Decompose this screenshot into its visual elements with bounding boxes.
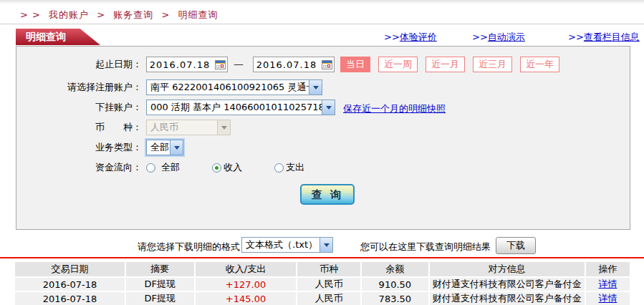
- date-range-label: 起止日期：: [16, 57, 142, 72]
- breadcrumb-separator: >: [97, 9, 105, 20]
- date-to-value: 2016.07.18: [254, 59, 319, 70]
- currency-select: 人民币: [146, 120, 231, 135]
- cell-currency: 人民币: [297, 292, 360, 305]
- chevron-down-icon: [217, 120, 230, 135]
- date-from-value: 2016.07.18: [147, 59, 213, 70]
- radio-all-label[interactable]: 全部: [161, 161, 180, 174]
- download-hint-text: 您可以在这里下载查询明细结果: [360, 241, 491, 253]
- save-snapshot-link[interactable]: 保存近一个月的明细快照: [343, 102, 446, 115]
- col-header-summary: 摘要: [126, 262, 194, 276]
- breadcrumb-divider: [0, 24, 644, 24]
- date-from-input[interactable]: 2016.07.18: [146, 57, 228, 72]
- col-header-currency: 币种: [297, 262, 360, 276]
- breadcrumb-item-account-query[interactable]: 账务查询: [113, 9, 153, 20]
- chevron-down-icon[interactable]: [170, 140, 183, 155]
- date-range-dash: —: [234, 58, 244, 69]
- range-button-today[interactable]: 当日: [340, 57, 370, 72]
- range-button-last-year[interactable]: 近一年: [520, 57, 559, 72]
- cell-amount: +127.00: [196, 278, 297, 291]
- link-experience-rating[interactable]: >>体验评价: [384, 31, 437, 44]
- register-account-value: 南平 6222001406100921065 灵通卡: [147, 81, 309, 94]
- radio-income-label[interactable]: 收入: [224, 161, 242, 174]
- query-form-panel: 起止日期： 2016.07.18 — 2016.07.18 当日 近一周 近一月…: [16, 46, 630, 230]
- cell-counterparty: 财付通支付科技有限公司客户备付金: [430, 292, 585, 305]
- cell-currency: 人民币: [297, 278, 360, 291]
- link-auto-demo[interactable]: >>自动演示: [472, 31, 525, 44]
- radio-expense[interactable]: [274, 163, 284, 173]
- table-row: 2016-07-18 DF提现 +145.00 人民币 783.50 财付通支付…: [15, 292, 630, 305]
- link-arrows: >>: [384, 32, 400, 42]
- link-view-column-info[interactable]: >>查看栏目信息: [568, 31, 640, 44]
- quick-range-buttons: 当日 近一周 近一月 近三月 近一年: [340, 57, 559, 72]
- date-from-calendar-button[interactable]: [213, 57, 227, 72]
- cell-summary: DF提现: [126, 292, 194, 305]
- detail-link[interactable]: 详情: [598, 279, 617, 289]
- chevron-down-icon[interactable]: [309, 80, 322, 95]
- breadcrumb-item-my-account[interactable]: 我的账户: [49, 9, 89, 20]
- calendar-icon: [322, 60, 332, 69]
- range-button-last-3-months[interactable]: 近三月: [473, 57, 512, 72]
- cell-date: 2016-07-18: [15, 292, 125, 305]
- cell-action: 详情: [586, 292, 630, 305]
- link-arrows: >>: [568, 32, 584, 42]
- cell-summary: DF提现: [126, 278, 194, 291]
- date-to-calendar-button[interactable]: [319, 57, 334, 72]
- sub-account-select[interactable]: 000 活期 基本户 1406600101102571848: [146, 100, 335, 115]
- radio-all[interactable]: [146, 163, 155, 173]
- breadcrumb: > > 我的账户 > 账务查询 > 明细查询: [20, 9, 218, 21]
- currency-value: 人民币: [147, 121, 217, 134]
- tab-detail-query[interactable]: 明细查询: [16, 29, 100, 45]
- cell-counterparty: 财付通支付科技有限公司客户备付金: [430, 278, 585, 291]
- breadcrumb-item-detail-query[interactable]: 明细查询: [178, 9, 218, 20]
- breadcrumb-prefix: > >: [20, 9, 41, 20]
- col-header-amount: 收入/支出: [196, 262, 297, 276]
- col-header-date: 交易日期: [15, 262, 125, 276]
- query-button[interactable]: 查 询: [300, 184, 355, 205]
- detail-link[interactable]: 详情: [598, 293, 617, 304]
- breadcrumb-separator: >: [161, 9, 170, 20]
- fund-flow-label: 资金流向：: [16, 160, 142, 175]
- cell-balance: 910.50: [362, 278, 428, 291]
- fund-flow-radio-group: 全部 收入 支出: [146, 161, 304, 174]
- cell-date: 2016-07-18: [15, 278, 125, 291]
- col-header-balance: 余额: [362, 262, 428, 276]
- cell-action: 详情: [586, 278, 630, 291]
- radio-expense-label[interactable]: 支出: [286, 161, 304, 174]
- date-to-input[interactable]: 2016.07.18: [253, 57, 335, 72]
- cell-amount: +145.00: [196, 292, 297, 305]
- range-button-last-month[interactable]: 近一月: [426, 57, 465, 72]
- chevron-down-icon[interactable]: [322, 100, 335, 115]
- col-header-action: 操作: [586, 262, 630, 276]
- download-format-value: 文本格式（.txt）: [242, 238, 319, 251]
- top-gradient-strip: [0, 0, 644, 4]
- table-top-rule: [0, 257, 644, 258]
- calendar-icon: [215, 60, 226, 69]
- chevron-down-icon[interactable]: [319, 238, 332, 252]
- transactions-table: 交易日期 摘要 收入/支出 币种 余额 对方信息 操作 2016-07-18 D…: [14, 261, 631, 305]
- table-row: 2016-07-18 DF提现 +127.00 人民币 910.50 财付通支付…: [15, 278, 630, 291]
- table-header-row: 交易日期 摘要 收入/支出 币种 余额 对方信息 操作: [15, 262, 630, 276]
- cell-balance: 783.50: [362, 292, 428, 305]
- col-header-counterparty: 对方信息: [430, 262, 585, 276]
- download-button[interactable]: 下载: [496, 237, 536, 254]
- sub-account-value: 000 活期 基本户 1406600101102571848: [147, 101, 322, 114]
- link-arrows: >>: [472, 32, 488, 42]
- register-account-select[interactable]: 南平 6222001406100921065 灵通卡: [146, 79, 322, 95]
- download-format-label: 请您选择下载明细的格式: [136, 241, 240, 253]
- currency-label: 币 种：: [16, 120, 142, 135]
- sub-account-label: 下挂账户：: [16, 100, 142, 115]
- business-type-label: 业务类型：: [16, 140, 142, 155]
- range-button-last-week[interactable]: 近一周: [378, 57, 418, 72]
- radio-income[interactable]: [212, 163, 221, 173]
- detail-query-page: > > 我的账户 > 账务查询 > 明细查询 明细查询 >>体验评价 >>自动演…: [0, 0, 644, 305]
- business-type-select[interactable]: 全部: [146, 140, 183, 155]
- download-format-select[interactable]: 文本格式（.txt）: [241, 237, 333, 253]
- business-type-value: 全部: [147, 141, 170, 154]
- register-account-label: 请选择注册账户：: [16, 79, 142, 95]
